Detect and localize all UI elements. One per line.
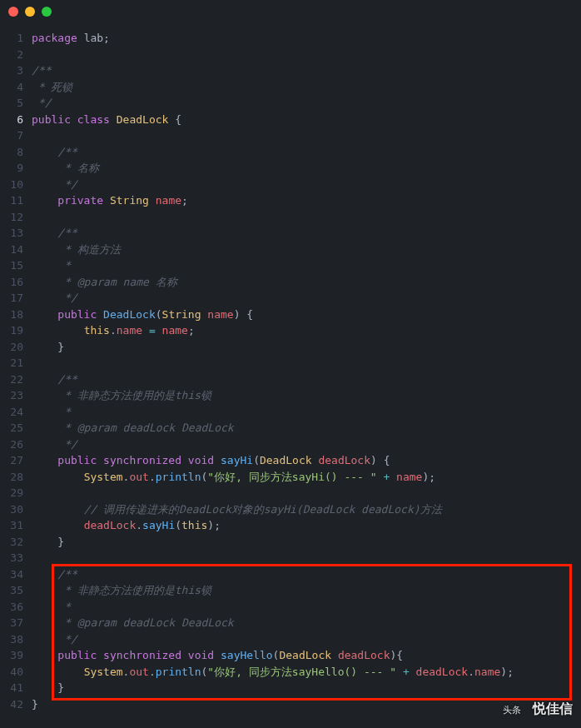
code-line[interactable]: }	[32, 339, 581, 356]
gutter-line-number: 21	[0, 355, 27, 371]
code-line[interactable]: * 非静态方法使用的是this锁	[32, 387, 581, 404]
code-line[interactable]: /**	[32, 144, 581, 161]
token-field: name	[474, 666, 500, 678]
code-line[interactable]: // 调用传递进来的DeadLock对象的sayHi(DeadLock dead…	[32, 501, 581, 518]
code-line[interactable]: */	[32, 436, 581, 453]
code-line[interactable]	[32, 355, 581, 371]
gutter-line-number: 29	[0, 485, 27, 501]
code-line[interactable]: *	[32, 257, 581, 274]
code-line[interactable]: }	[32, 680, 581, 696]
token-cmt: */	[57, 178, 77, 191]
token-field: name	[207, 308, 233, 321]
code-line[interactable]: System.out.println("你好, 同步方法sayHello() -…	[32, 664, 581, 681]
gutter-line-number: 19	[0, 322, 27, 339]
gutter-line-number: 33	[0, 550, 27, 566]
token-plain	[32, 601, 57, 613]
gutter-line-number: 22	[0, 371, 27, 388]
token-field: out	[129, 666, 148, 678]
token-plain	[32, 666, 84, 678]
code-line[interactable]: * 构造方法	[32, 242, 581, 258]
code-line[interactable]: /**	[32, 62, 581, 79]
minimize-icon[interactable]	[25, 7, 35, 17]
code-line[interactable]: public DeadLock(String name) {	[32, 307, 581, 323]
token-fn: sayHello	[221, 649, 273, 661]
code-area[interactable]: package lab;/** * 死锁 */public class Dead…	[27, 30, 581, 712]
code-line[interactable]: public synchronized void sayHello(DeadLo…	[32, 647, 581, 664]
token-plain	[32, 389, 57, 401]
token-plain	[32, 633, 57, 646]
gutter-line-number: 25	[0, 420, 27, 436]
token-plain	[32, 421, 57, 434]
code-line[interactable]	[32, 127, 581, 144]
code-line[interactable]: /**	[32, 566, 581, 583]
code-line[interactable]: }	[32, 696, 581, 713]
token-plain	[32, 162, 57, 174]
token-op: +	[403, 666, 410, 678]
code-line[interactable]: */	[32, 290, 581, 307]
code-editor[interactable]: 1234567891011121314151617181920212223242…	[0, 23, 581, 712]
token-plain	[32, 681, 57, 694]
token-plain	[32, 584, 57, 596]
token-fn: sayHi	[221, 454, 253, 466]
token-plain	[32, 503, 84, 516]
token-kw: public	[57, 308, 103, 321]
token-plain	[32, 454, 57, 466]
gutter-line-number: 5	[0, 95, 27, 112]
token-punct	[142, 324, 149, 337]
code-line[interactable]: /**	[32, 371, 581, 388]
code-line[interactable]: *	[32, 404, 581, 421]
token-punct: {	[168, 113, 181, 126]
code-line[interactable]: private String name;	[32, 192, 581, 209]
code-line[interactable]: */	[32, 177, 581, 193]
gutter-line-number: 39	[0, 647, 27, 664]
token-plain	[32, 373, 57, 386]
token-cmt: */	[57, 438, 77, 451]
code-line[interactable]: /**	[32, 225, 581, 242]
token-fn: println	[156, 666, 201, 678]
code-line[interactable]: */	[32, 95, 581, 112]
code-line[interactable]	[32, 485, 581, 501]
token-op: =	[149, 324, 156, 337]
code-line[interactable]: * @param deadLock DeadLock	[32, 615, 581, 631]
token-plain	[32, 649, 57, 661]
code-line[interactable]: * 非静态方法使用的是this锁	[32, 582, 581, 599]
token-cmt: * @param deadLock DeadLock	[57, 421, 233, 434]
code-line[interactable]: * 死锁	[32, 79, 581, 96]
zoom-icon[interactable]	[42, 7, 52, 17]
token-field: name	[117, 324, 142, 337]
code-line[interactable]: deadLock.sayHi(this);	[32, 517, 581, 534]
gutter-line-number: 31	[0, 517, 27, 534]
code-line[interactable]: package lab;	[32, 30, 581, 47]
token-field: deadLock	[318, 454, 370, 466]
gutter-line-number: 6	[0, 112, 27, 128]
gutter-line-number: 10	[0, 177, 27, 193]
code-line[interactable]	[32, 550, 581, 566]
gutter-line-number: 26	[0, 436, 27, 453]
close-icon[interactable]	[8, 7, 18, 17]
gutter-line-number: 15	[0, 257, 27, 274]
code-line[interactable]: */	[32, 631, 581, 648]
token-punct: .	[149, 471, 156, 483]
code-line[interactable]: System.out.println("你好, 同步方法sayHi() --- …	[32, 469, 581, 486]
gutter-line-number: 13	[0, 225, 27, 242]
code-line[interactable]: this.name = name;	[32, 322, 581, 339]
token-cmt: /**	[57, 146, 77, 158]
code-line[interactable]: * 名称	[32, 160, 581, 177]
code-line[interactable]	[32, 47, 581, 63]
code-line[interactable]: }	[32, 534, 581, 551]
code-line[interactable]: *	[32, 599, 581, 616]
code-line[interactable]: * @param name 名称	[32, 274, 581, 291]
token-kw: private	[57, 194, 110, 207]
gutter-line-number: 38	[0, 631, 27, 648]
gutter-line-number: 8	[0, 144, 27, 161]
code-line[interactable]: public class DeadLock {	[32, 112, 581, 128]
code-line[interactable]: public synchronized void sayHi(DeadLock …	[32, 452, 581, 469]
token-punct: )	[234, 308, 241, 321]
token-plain	[32, 308, 57, 321]
code-line[interactable]	[32, 209, 581, 226]
token-plain	[32, 519, 84, 531]
token-cmt: */	[57, 292, 77, 304]
token-cmt: */	[32, 97, 51, 109]
code-line[interactable]: * @param deadLock DeadLock	[32, 420, 581, 436]
token-cmt: /**	[32, 64, 51, 77]
